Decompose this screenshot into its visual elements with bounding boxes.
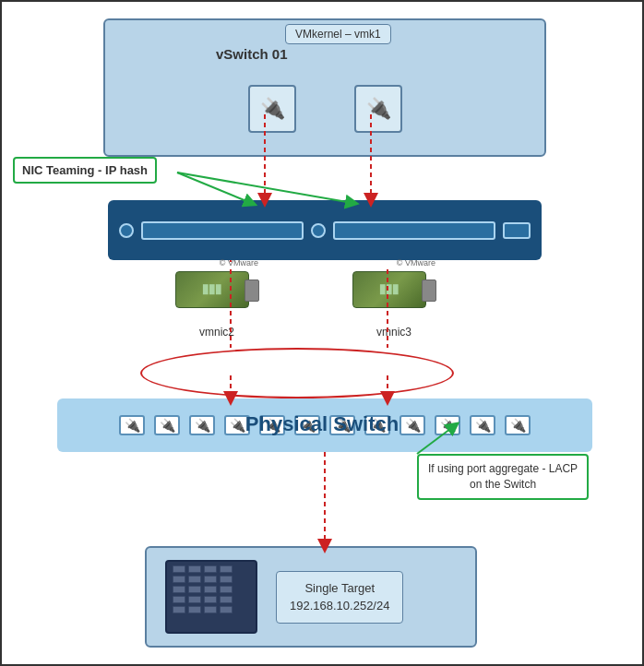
port-12: 🔌 [505, 415, 531, 435]
storage-target-label: Single Target 192.168.10.252/24 [276, 571, 403, 624]
vmkernel-box: VMkernel – vmk1 [285, 24, 391, 44]
svg-line-1 [177, 172, 352, 203]
storage-label: Single Target [290, 579, 389, 598]
diagram-container: vSwitch 01 VMkernel – vmk1 🔌 🔌 NIC Teami… [0, 0, 644, 666]
vmkernel-label: VMkernel – vmk1 [295, 28, 381, 41]
red-ellipse [140, 348, 454, 398]
vmnic-card-right: © VMware ▊▊▊ vmnic3 [352, 271, 435, 322]
nic-port-left: 🔌 [248, 85, 296, 133]
port-9: 🔌 [400, 415, 425, 435]
drive-row-4 [173, 596, 250, 603]
nic-icon-right: 🔌 [366, 97, 391, 121]
drive-row-5 [173, 606, 250, 613]
svg-line-0 [177, 172, 251, 203]
port-3: 🔌 [189, 415, 215, 435]
lacp-label: If using port aggregate - LACPon the Swi… [417, 454, 589, 500]
nic-teaming-label: NIC Teaming - IP hash [13, 157, 157, 184]
vmnic-label-left: vmnic2 [199, 326, 234, 339]
storage-ip: 192.168.10.252/24 [290, 597, 389, 615]
switch-slot-small [503, 222, 531, 239]
switch-slot-1 [141, 221, 304, 240]
switch-circle-2 [311, 223, 326, 238]
vmnic-chip-left: ▊▊▊ [175, 271, 249, 308]
vmware-label-left: © VMware [220, 258, 258, 268]
switch-slot-2 [333, 221, 495, 240]
phys-switch-text: Physical Switch [245, 412, 399, 436]
vmware-label-right: © VMware [397, 258, 435, 268]
storage-box: Single Target 192.168.10.252/24 [145, 546, 477, 648]
port-10: 🔌 [435, 415, 460, 435]
vmnic-chip-right: ▊▊▊ [352, 271, 426, 308]
nic-icon-left: 🔌 [260, 97, 285, 121]
switch-circle [119, 223, 134, 238]
drive-row-3 [173, 586, 250, 593]
vswitch-label: vSwitch 01 [216, 46, 288, 62]
drive-row-1 [173, 565, 250, 573]
drive-row-2 [173, 576, 250, 583]
vmnic-label-right: vmnic3 [376, 326, 411, 339]
storage-unit [165, 560, 257, 634]
nic-port-right: 🔌 [354, 85, 402, 133]
vswitch-box: vSwitch 01 VMkernel – vmk1 🔌 🔌 [103, 18, 546, 157]
phys-switch-bar-top [108, 200, 542, 260]
port-1: 🔌 [119, 415, 145, 435]
vmnic-card-left: © VMware ▊▊▊ vmnic2 [175, 271, 258, 322]
storage-drives [167, 562, 256, 617]
port-11: 🔌 [470, 415, 495, 435]
port-2: 🔌 [154, 415, 180, 435]
